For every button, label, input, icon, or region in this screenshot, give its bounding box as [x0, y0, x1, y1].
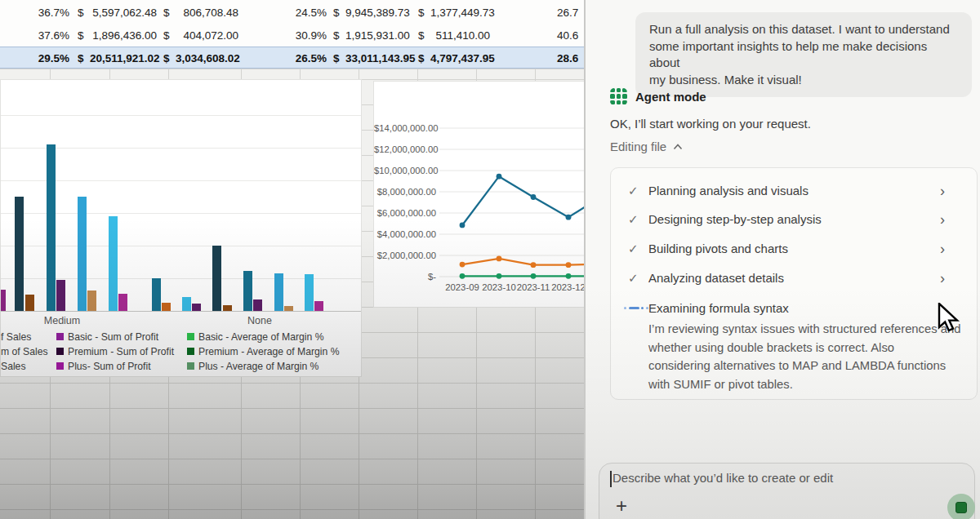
data-point[interactable]	[497, 273, 502, 279]
bar[interactable]	[223, 305, 232, 311]
table-cell: 40.6	[557, 24, 584, 47]
bar[interactable]	[274, 273, 283, 311]
data-point[interactable]	[497, 174, 502, 180]
currency-symbol: $	[418, 47, 425, 69]
data-point[interactable]	[531, 273, 537, 279]
task-detail-line: I’m reviewing syntax issues with structu…	[648, 320, 975, 339]
currency-symbol: $	[78, 2, 84, 24]
table-cell: 5,597,062.48	[90, 2, 157, 24]
bar[interactable]	[25, 295, 34, 311]
bar[interactable]	[284, 306, 293, 311]
line-chart-card[interactable]: $14,000,000.00$12,000,000.00$10,000,000.…	[373, 81, 584, 308]
table-row[interactable]: 36.7%$5,597,062.48$806,708.4824.5%$9,945…	[0, 2, 584, 24]
bar[interactable]	[162, 303, 171, 311]
chevron-up-icon	[673, 144, 683, 150]
bar-chart-gridline	[1, 115, 362, 116]
progress-segment	[624, 307, 626, 309]
chat-input-box[interactable]: Describe what you’d like to create or ed…	[599, 463, 975, 519]
bar[interactable]	[305, 274, 314, 311]
legend-item: Basic - Sum of Profit	[68, 332, 158, 342]
chevron-right-icon[interactable]: ›	[940, 240, 945, 258]
bar[interactable]	[15, 197, 24, 311]
in-progress-icon	[624, 307, 648, 309]
data-point[interactable]	[566, 273, 572, 279]
data-point[interactable]	[566, 262, 572, 268]
bar[interactable]	[182, 297, 191, 311]
bar[interactable]	[47, 144, 56, 311]
table-cell: 33,011,143.95	[345, 47, 408, 69]
task-row[interactable]: ✓Designing step-by-step analysis›	[611, 211, 978, 228]
checkmark-icon: ✓	[628, 211, 639, 228]
bar[interactable]	[212, 246, 221, 311]
data-point[interactable]	[460, 273, 466, 279]
chevron-right-icon[interactable]: ›	[940, 211, 945, 228]
stop-generating-button[interactable]	[947, 494, 975, 519]
bar[interactable]	[253, 299, 262, 311]
table-row[interactable]: 29.5%$20,511,921.02$3,034,608.0226.5%$33…	[0, 47, 584, 69]
assistant-message: OK, I’ll start working on your request.	[610, 117, 811, 131]
task-row[interactable]: Examining formula syntax›	[611, 299, 978, 317]
currency-symbol: $	[333, 2, 340, 24]
data-point[interactable]	[460, 262, 466, 268]
task-detail-line: with SUMIF or pivot tables.	[648, 375, 975, 394]
currency-symbol: $	[163, 47, 170, 69]
grid-row-line	[0, 383, 584, 384]
bar[interactable]	[243, 271, 252, 311]
bar[interactable]	[192, 304, 201, 311]
table-cell: 28.6	[557, 47, 584, 69]
bar-chart-card[interactable]: MediumNonef Salesm of SalesSalesBasic - …	[0, 79, 362, 377]
table-cell: 26.7	[557, 2, 584, 24]
grid-row-line	[0, 408, 584, 409]
bar[interactable]	[1, 290, 6, 311]
table-cell: 30.9%	[270, 24, 327, 47]
bar[interactable]	[152, 278, 161, 311]
user-message-line: some important insights to help me make …	[649, 38, 958, 72]
legend-item: Premium - Sum of Profit	[68, 347, 174, 357]
bar[interactable]	[118, 294, 127, 311]
line-chart-plot	[374, 82, 584, 307]
checkmark-icon: ✓	[628, 182, 639, 200]
table-cell: 1,915,931.00	[345, 24, 408, 47]
data-point[interactable]	[497, 256, 502, 262]
data-point[interactable]	[531, 194, 537, 200]
data-point[interactable]	[566, 215, 572, 220]
task-row[interactable]: ✓Building pivots and charts›	[611, 240, 978, 258]
table-cell: 20,511,921.02	[90, 47, 157, 69]
table-cell: 29.5%	[12, 47, 69, 69]
editing-file-toggle[interactable]: Editing file	[610, 140, 683, 153]
user-message-bubble: Run a full analysis on this dataset. I w…	[635, 12, 972, 97]
pane-divider	[584, 0, 586, 519]
table-row[interactable]: 37.6%$1,896,436.00$404,072.0030.9%$1,915…	[0, 24, 584, 47]
bar[interactable]	[56, 280, 65, 311]
table-cell: 37.6%	[12, 24, 69, 47]
table-cell: 511,410.00	[430, 24, 490, 47]
add-attachment-button[interactable]: +	[610, 495, 633, 517]
task-list-card: ✓Planning analysis and visuals›✓Designin…	[610, 167, 978, 400]
grid-row-line	[0, 459, 584, 459]
bar[interactable]	[78, 197, 87, 311]
table-cell: 4,797,437.95	[430, 47, 490, 69]
task-row[interactable]: ✓Planning analysis and visuals›	[611, 182, 978, 200]
table-cell: 3,034,608.02	[176, 47, 238, 69]
bar[interactable]	[314, 301, 323, 311]
line-chart-x-tick-label: 2023-09	[445, 282, 479, 292]
line-chart-x-tick-label: 2023-11	[517, 282, 550, 292]
chevron-right-icon[interactable]: ›	[940, 299, 945, 317]
data-point[interactable]	[460, 223, 466, 228]
bar[interactable]	[109, 216, 118, 311]
task-label: Examining formula syntax	[648, 299, 789, 317]
chevron-right-icon[interactable]: ›	[940, 182, 945, 200]
legend-item-truncated: m of Sales	[1, 347, 48, 357]
bar-chart-category-label: Medium	[44, 315, 80, 326]
orange-line	[462, 259, 584, 265]
progress-segment	[641, 307, 644, 309]
legend-swatch	[187, 333, 194, 340]
bar[interactable]	[87, 291, 96, 311]
agent-mode-label: Agent mode	[635, 90, 706, 104]
copilot-chat-panel: Run a full analysis on this dataset. I w…	[586, 0, 980, 519]
chevron-right-icon[interactable]: ›	[940, 269, 945, 287]
legend-item: Plus- Sum of Profit	[68, 362, 151, 371]
task-row[interactable]: ✓Analyzing dataset details›	[611, 269, 978, 287]
data-point[interactable]	[531, 262, 537, 268]
legend-swatch	[187, 348, 194, 355]
